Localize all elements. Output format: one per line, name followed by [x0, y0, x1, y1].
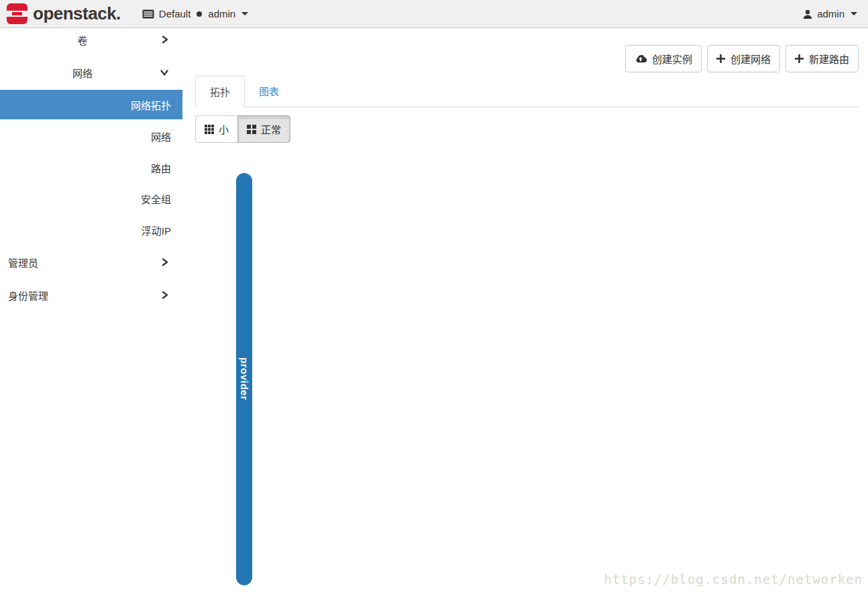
- user-menu[interactable]: admin: [803, 8, 857, 19]
- chevron-down-icon: [160, 68, 169, 77]
- plus-icon: [795, 54, 804, 63]
- sidebar-section-network[interactable]: 网络: [0, 58, 182, 87]
- sidebar-item-label: 网络: [151, 129, 171, 143]
- user-icon: [803, 9, 812, 19]
- user-label: admin: [817, 8, 845, 19]
- view-tabs: 拓扑 图表: [195, 76, 859, 107]
- watermark-text: https://blog.csdn.net/networken: [604, 572, 863, 587]
- sidebar-item-label: 浮动IP: [142, 223, 171, 237]
- page-actions: 创建实例 创建网络 新建路由: [625, 45, 859, 72]
- separator-dot-icon: [197, 11, 202, 17]
- network-name-label: provider: [239, 357, 250, 400]
- button-label: 创建网络: [730, 52, 771, 66]
- sidebar-section-volumes[interactable]: 卷: [0, 25, 182, 54]
- sidebar-item-network-topology[interactable]: 网络拓扑: [0, 90, 182, 119]
- tab-label: 拓扑: [210, 86, 230, 98]
- launch-instance-button[interactable]: 创建实例: [625, 45, 702, 72]
- caret-down-icon: [851, 12, 857, 15]
- domain-label: Default: [159, 8, 191, 19]
- sidebar-item-label: 网络拓扑: [131, 98, 171, 112]
- button-label: 正常: [261, 122, 281, 136]
- sidebar-section-label: 网络: [0, 66, 165, 80]
- openstack-logo-icon: [7, 3, 28, 24]
- chevron-right-icon: [160, 257, 169, 267]
- sidebar-item-routers[interactable]: 路由: [0, 153, 182, 182]
- create-router-button[interactable]: 新建路由: [785, 45, 859, 72]
- sidebar-item-label: 路由: [151, 161, 171, 175]
- tab-graph[interactable]: 图表: [245, 76, 293, 107]
- project-context-switcher[interactable]: Default admin: [142, 8, 248, 19]
- sidebar-section-identity[interactable]: 身份管理: [0, 280, 182, 310]
- sidebar-section-label: 管理员: [8, 255, 38, 270]
- brand-name: openstack.: [33, 3, 121, 24]
- grid-small-icon: [205, 125, 214, 134]
- network-node-provider[interactable]: provider: [236, 173, 252, 585]
- project-label: admin: [208, 8, 235, 19]
- sidebar-section-label: 身份管理: [8, 288, 48, 302]
- cloud-upload-icon: [635, 54, 647, 63]
- sidebar-section-admin[interactable]: 管理员: [0, 247, 182, 277]
- tab-label: 图表: [259, 86, 279, 97]
- caret-down-icon: [241, 12, 248, 15]
- plus-icon: [716, 54, 725, 63]
- sidebar-item-label: 安全组: [141, 192, 171, 206]
- chevron-right-icon: [160, 290, 169, 300]
- grid-normal-icon: [247, 125, 256, 134]
- chevron-right-icon: [160, 35, 169, 44]
- create-network-button[interactable]: 创建网络: [707, 45, 780, 72]
- domain-list-icon: [142, 9, 154, 19]
- tab-topology[interactable]: 拓扑: [195, 76, 245, 107]
- size-small-button[interactable]: 小: [195, 115, 238, 143]
- sidebar-section-label: 卷: [0, 33, 165, 47]
- topology-size-toggle: 小 正常: [195, 115, 290, 143]
- topbar: openstack. Default admin admin: [0, 0, 868, 28]
- sidebar-item-floating-ips[interactable]: 浮动IP: [0, 215, 182, 245]
- sidebar-item-networks[interactable]: 网络: [0, 121, 182, 151]
- sidebar: 卷 网络 网络拓扑 网络 路由 安全组 浮动IP 管理员 身份管理: [0, 29, 182, 592]
- button-label: 小: [219, 122, 229, 136]
- sidebar-item-security-groups[interactable]: 安全组: [0, 184, 182, 213]
- size-normal-button[interactable]: 正常: [237, 115, 290, 143]
- button-label: 创建实例: [652, 52, 692, 66]
- brand-home-link[interactable]: openstack.: [7, 3, 121, 24]
- button-label: 新建路由: [809, 52, 849, 66]
